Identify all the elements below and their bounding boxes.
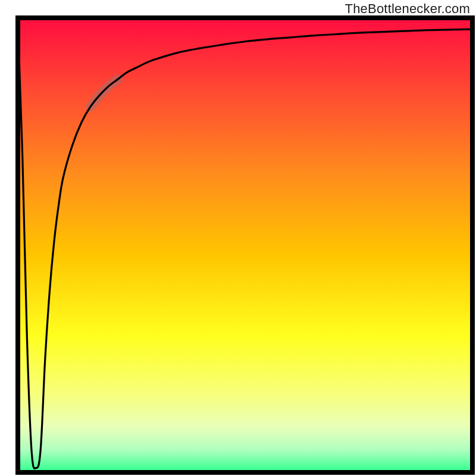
plot-area xyxy=(18,18,472,472)
chart-stage: TheBottlenecker.com xyxy=(0,0,476,476)
bottleneck-chart xyxy=(0,0,476,476)
plot-background xyxy=(18,18,472,472)
